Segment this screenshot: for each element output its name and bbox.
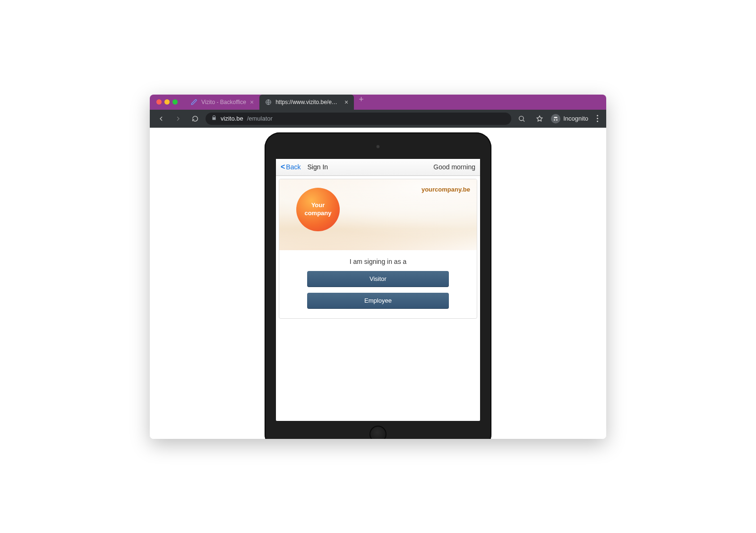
visitor-button[interactable]: Visitor: [307, 271, 449, 287]
close-icon[interactable]: ×: [344, 99, 348, 105]
url-domain: vizito.be: [221, 115, 243, 122]
back-label: Back: [286, 163, 301, 171]
company-url: yourcompany.be: [421, 186, 470, 193]
new-tab-button[interactable]: +: [354, 95, 369, 110]
magnifier-icon: [518, 115, 525, 122]
employee-button[interactable]: Employee: [307, 293, 449, 309]
url-path: /emulator: [247, 115, 273, 122]
app-header: < Back Sign In Good morning: [276, 159, 480, 176]
greeting-text: Good morning: [433, 163, 475, 171]
window-minimize-button[interactable]: [164, 99, 170, 105]
close-icon[interactable]: ×: [250, 99, 254, 105]
logo-line-2: company: [304, 210, 331, 217]
star-icon: [536, 115, 543, 122]
signin-card: Your company yourcompany.be I am signing…: [279, 179, 477, 319]
role-panel: I am signing in as a Visitor Employee: [279, 250, 477, 318]
banner: Your company yourcompany.be: [279, 179, 477, 250]
ipad-camera: [376, 145, 380, 149]
logo-line-1: Your: [304, 201, 331, 209]
company-logo: Your company: [296, 188, 340, 231]
arrow-left-icon: [157, 115, 165, 122]
window-traffic-lights: [156, 99, 178, 105]
nav-forward-button[interactable]: [172, 112, 185, 125]
tab-bar: Vizito - Backoffice × https://www.vizito…: [150, 95, 606, 110]
home-button[interactable]: [369, 426, 387, 439]
browser-menu-button[interactable]: [593, 115, 601, 122]
chevron-left-icon: <: [281, 163, 285, 171]
zoom-button[interactable]: [515, 112, 528, 125]
incognito-badge: Incognito: [551, 114, 588, 123]
lock-icon: [211, 115, 217, 122]
pencil-icon: [191, 99, 198, 105]
toolbar-right: Incognito: [515, 112, 601, 125]
signin-prompt: I am signing in as a: [350, 258, 407, 265]
window-close-button[interactable]: [156, 99, 162, 105]
reload-button[interactable]: [189, 112, 202, 125]
url-input[interactable]: vizito.be/emulator: [206, 113, 511, 125]
globe-icon: [265, 99, 272, 105]
tab-title: https://www.vizito.be/emulator: [275, 99, 341, 105]
ipad-frame: < Back Sign In Good morning Your company: [265, 132, 491, 439]
browser-window: Vizito - Backoffice × https://www.vizito…: [150, 95, 606, 439]
incognito-icon: [551, 114, 560, 123]
page-title: Sign In: [307, 163, 328, 171]
back-button[interactable]: < Back: [281, 163, 301, 171]
nav-back-button[interactable]: [155, 112, 168, 125]
arrow-right-icon: [174, 115, 182, 122]
window-zoom-button[interactable]: [172, 99, 178, 105]
ipad-screen: < Back Sign In Good morning Your company: [276, 159, 480, 421]
tabs: Vizito - Backoffice × https://www.vizito…: [185, 95, 602, 110]
tab-title: Vizito - Backoffice: [201, 99, 246, 105]
incognito-label: Incognito: [563, 115, 588, 122]
tab-emulator[interactable]: https://www.vizito.be/emulator ×: [259, 95, 354, 110]
address-bar: vizito.be/emulator Incognito: [150, 110, 606, 128]
tab-backoffice[interactable]: Vizito - Backoffice ×: [185, 95, 259, 110]
reload-icon: [191, 115, 199, 122]
svg-point-1: [519, 116, 524, 120]
page-viewport: < Back Sign In Good morning Your company: [150, 128, 606, 439]
bookmark-button[interactable]: [533, 112, 546, 125]
